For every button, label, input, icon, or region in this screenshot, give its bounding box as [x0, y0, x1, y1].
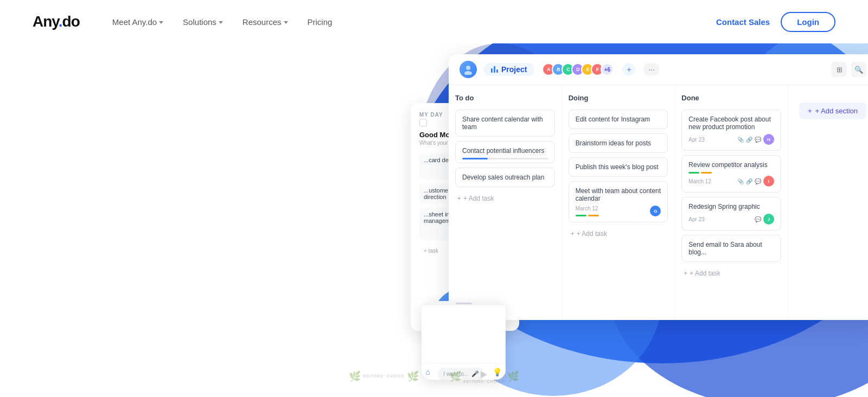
award-leaf-left: 🌿: [449, 370, 461, 382]
comment-icon: 💬: [755, 216, 761, 222]
task-avatar: G: [650, 206, 661, 216]
plus-icon: +: [457, 195, 461, 202]
task-item: Contact potential influencers: [455, 141, 555, 163]
task-item: Create Facebook post about new product p…: [681, 110, 781, 151]
task-item: Send email to Sara about blog...: [681, 235, 781, 262]
task-avatar: I: [763, 176, 774, 187]
task-avatar: H: [763, 134, 774, 145]
home-indicator: [456, 303, 472, 304]
add-task-button[interactable]: + + Add task: [681, 266, 781, 280]
nav-links: Meet Any.do Solutions Resources Pricing: [112, 17, 716, 27]
link-icon: 🔗: [746, 137, 752, 143]
task-item: Review competitor analysis March 12 📎 🔗 …: [681, 155, 781, 193]
done-column: Done Create Facebook post about new prod…: [675, 85, 788, 320]
search-button[interactable]: 🔍: [851, 62, 866, 77]
todo-column: To do Share content calendar with team C…: [449, 85, 562, 320]
nav-actions: Contact Sales Login: [716, 12, 835, 32]
task-item: Redesign Spring graphic Apr 23 💬 J: [681, 197, 781, 230]
status-dot: [701, 172, 712, 174]
svg-point-5: [466, 66, 470, 70]
hero-section: MY DAY Good Morning, Alex. What's your p…: [0, 43, 868, 397]
chevron-down-icon: [284, 21, 288, 24]
award-item-play: 🌿 ▶ EDITORS' CHOICE 🌿: [449, 369, 519, 384]
chart-bar-icon: [491, 66, 498, 73]
avatar-icon: [463, 64, 474, 75]
task-item: Share content calendar with team: [455, 110, 555, 137]
award-center: ▶ EDITORS' CHOICE: [463, 369, 505, 384]
chevron-down-icon: [219, 21, 223, 24]
task-avatar: J: [763, 214, 774, 225]
task-item: Develop sales outreach plan: [455, 168, 555, 187]
svg-point-6: [464, 71, 472, 75]
status-dots: [688, 172, 774, 174]
logo[interactable]: Any.do: [33, 13, 80, 30]
grid-view-button[interactable]: ⊞: [832, 62, 847, 77]
nav-meet-anydo[interactable]: Meet Any.do: [112, 17, 163, 27]
status-dot: [688, 172, 699, 174]
add-task-button[interactable]: + + Add task: [569, 227, 668, 241]
doing-column: Doing Edit content for Instagram Brainst…: [562, 85, 675, 320]
screenshots-container: MY DAY Good Morning, Alex. What's your p…: [411, 54, 868, 390]
comment-icon: 💬: [755, 178, 761, 184]
task-item: Brainstorm ideas for posts: [569, 133, 668, 153]
task-item: Meet with team about content calendar Ma…: [569, 181, 668, 222]
task-item: Publish this week's blog post: [569, 157, 668, 177]
myday-checkbox[interactable]: [419, 119, 427, 126]
play-store-icon: ▶: [481, 369, 487, 379]
done-column-title: Done: [681, 94, 781, 102]
awards-bar: 🌿 EDITORS' CHOICE 🌿 🌿 ▶ EDITORS' CHOICE …: [349, 369, 519, 384]
award-leaf-right: 🌿: [507, 370, 519, 382]
mobile-app-card: ⌂ I want to... 🎤 💡: [422, 301, 506, 380]
plus-icon: +: [684, 270, 687, 277]
attachment-icon: 📎: [737, 178, 744, 184]
plus-icon: +: [571, 230, 575, 238]
status-dots: [576, 215, 599, 216]
doing-column-title: Doing: [569, 94, 668, 102]
award-item-apple: 🌿 EDITORS' CHOICE 🌿: [349, 370, 419, 382]
mobile-content: [422, 305, 506, 363]
plus-icon: +: [808, 107, 812, 115]
award-leaf-left: 🌿: [349, 370, 361, 382]
add-section-area: + + Add section: [788, 85, 868, 320]
mobile-status-bar: [422, 301, 506, 305]
board-avatar: [459, 61, 477, 78]
more-options-button[interactable]: ···: [644, 63, 659, 75]
task-date: Apr 23: [688, 137, 704, 143]
board-header: Project A B C D E F +6 + ··· ⊞ 🔍: [449, 54, 868, 85]
add-section-button[interactable]: + + Add section: [799, 103, 866, 119]
attachment-icon: 📎: [737, 137, 744, 143]
board-action-buttons: ⊞ 🔍: [832, 62, 866, 77]
chevron-down-icon: [159, 21, 163, 24]
task-date: March 12: [576, 206, 599, 212]
member-avatars: A B C D E F +6: [545, 63, 614, 76]
login-button[interactable]: Login: [781, 12, 835, 32]
more-members-badge: +6: [601, 63, 614, 76]
todo-column-title: To do: [455, 94, 555, 102]
link-icon: 🔗: [746, 178, 752, 184]
logo-dot: .: [59, 13, 62, 30]
status-dot: [588, 215, 599, 216]
navbar: Any.do Meet Any.do Solutions Resources P…: [0, 0, 868, 43]
nav-resources[interactable]: Resources: [242, 17, 288, 27]
task-item: Edit content for Instagram: [569, 110, 668, 129]
status-dot: [576, 215, 586, 216]
award-center: EDITORS' CHOICE: [363, 374, 405, 379]
progress-fill: [462, 158, 488, 159]
board-title-pill: Project: [483, 63, 534, 76]
project-board: Project A B C D E F +6 + ··· ⊞ 🔍: [449, 54, 868, 320]
add-member-button[interactable]: +: [622, 63, 635, 76]
task-date: Apr 23: [688, 216, 704, 222]
add-task-button[interactable]: + + Add task: [455, 191, 555, 206]
comment-icon: 💬: [755, 137, 761, 143]
nav-pricing[interactable]: Pricing: [308, 17, 333, 27]
task-progress-bar: [462, 158, 548, 159]
award-leaf-right: 🌿: [407, 370, 419, 382]
board-columns: To do Share content calendar with team C…: [449, 85, 868, 320]
nav-solutions[interactable]: Solutions: [183, 17, 223, 27]
task-date: March 12: [688, 178, 711, 184]
contact-sales-button[interactable]: Contact Sales: [716, 17, 770, 27]
